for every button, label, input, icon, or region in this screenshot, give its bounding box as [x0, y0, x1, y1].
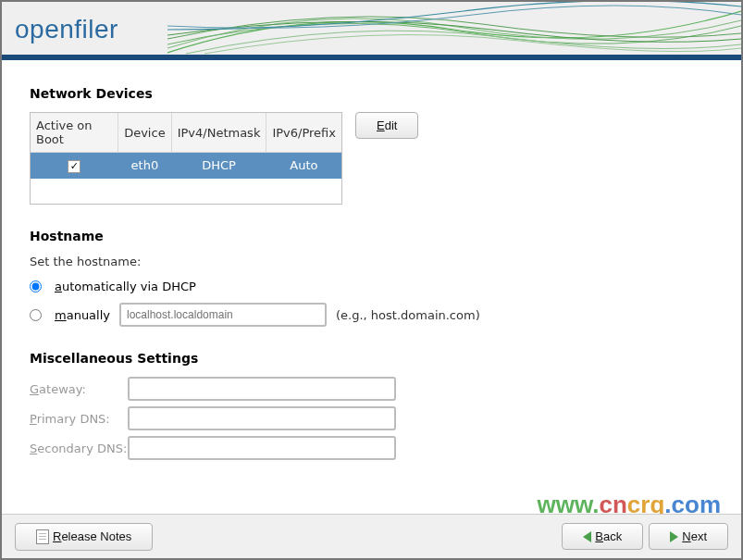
edit-button[interactable]: Edit: [355, 112, 418, 139]
arrow-left-icon: [583, 531, 591, 542]
back-button[interactable]: Back: [562, 523, 643, 550]
table-row[interactable]: ✓ eth0 DHCP Auto: [31, 153, 341, 179]
next-button[interactable]: Next: [649, 523, 728, 550]
col-ipv6[interactable]: IPv6/Prefix: [266, 113, 341, 153]
radio-manual-label[interactable]: manually: [55, 308, 110, 322]
col-ipv4[interactable]: IPv4/Netmask: [171, 113, 266, 153]
header: openfiler: [2, 2, 741, 55]
release-notes-button[interactable]: Release Notes: [15, 523, 153, 551]
checkbox-icon[interactable]: ✓: [68, 160, 80, 173]
network-devices-table[interactable]: Active on Boot Device IPv4/Netmask IPv6/…: [30, 112, 342, 205]
misc-title: Miscellaneous Settings: [30, 351, 713, 366]
edit-label: dit: [385, 118, 398, 132]
radio-auto-label[interactable]: automatically via DHCP: [55, 280, 196, 293]
logo: openfiler: [15, 15, 118, 44]
gateway-label: Gateway:: [30, 382, 128, 396]
hostname-title: Hostname: [30, 229, 713, 243]
secondary-dns-label: Secondary DNS:: [30, 442, 128, 455]
cell-ipv6: Auto: [266, 153, 341, 179]
radio-manual[interactable]: [30, 309, 42, 321]
radio-auto[interactable]: [30, 280, 42, 292]
hostname-subtitle: Set the hostname:: [30, 255, 713, 268]
hostname-hint: (e.g., host.domain.com): [336, 308, 480, 322]
primary-dns-input[interactable]: [128, 406, 396, 430]
primary-dns-label: Primary DNS:: [30, 412, 128, 426]
cell-device: eth0: [118, 153, 171, 179]
cell-active[interactable]: ✓: [31, 153, 118, 179]
arrow-right-icon: [670, 531, 678, 542]
document-icon: [36, 529, 49, 544]
col-device[interactable]: Device: [118, 113, 171, 153]
table-header-row: Active on Boot Device IPv4/Netmask IPv6/…: [31, 113, 341, 153]
header-decoration: [167, 2, 741, 55]
network-title: Network Devices: [30, 86, 713, 101]
brand-text: openfiler: [15, 15, 118, 44]
cell-ipv4: DHCP: [171, 153, 266, 179]
content: Network Devices Active on Boot Device IP…: [2, 60, 741, 460]
secondary-dns-input[interactable]: [128, 436, 396, 460]
col-active[interactable]: Active on Boot: [31, 113, 118, 153]
hostname-input[interactable]: [119, 303, 327, 327]
gateway-input[interactable]: [128, 377, 396, 401]
footer: Release Notes Back Next: [2, 514, 741, 558]
